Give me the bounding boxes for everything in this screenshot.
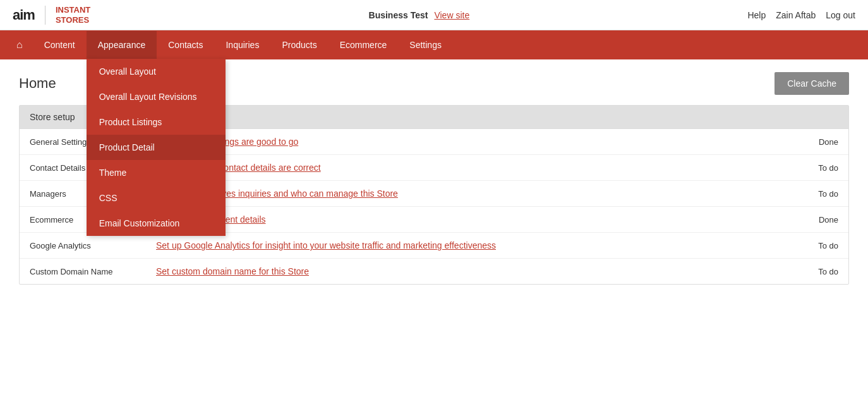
row-status-0: Done xyxy=(785,129,848,155)
main-nav: ⌂ Content Appearance Overall Layout Over… xyxy=(0,30,868,59)
dropdown-email-customization[interactable]: Email Customization xyxy=(87,211,226,236)
nav-item-content[interactable]: Content xyxy=(33,31,87,59)
appearance-dropdown: Overall Layout Overall Layout Revisions … xyxy=(87,59,226,236)
row-status-5: To do xyxy=(785,259,848,285)
logo-area: aim INSTANTSTORES xyxy=(13,5,90,25)
row-status-1: To do xyxy=(785,155,848,181)
dropdown-overall-layout[interactable]: Overall Layout xyxy=(87,59,226,84)
dropdown-product-detail[interactable]: Product Detail xyxy=(87,135,226,160)
nav-home-button[interactable]: ⌂ xyxy=(6,30,33,59)
row-link-4[interactable]: Set up Google Analytics for insight into… xyxy=(146,233,785,259)
nav-item-products[interactable]: Products xyxy=(270,31,328,59)
top-bar: aim INSTANTSTORES Business Test View sit… xyxy=(0,0,868,30)
row-status-3: Done xyxy=(785,207,848,233)
row-link-1[interactable]: Make sure your contact details are corre… xyxy=(146,155,785,181)
nav-item-settings[interactable]: Settings xyxy=(398,31,453,59)
row-label-4: Google Analytics xyxy=(20,233,146,259)
row-link-2[interactable]: Set up who receives inquiries and who ca… xyxy=(146,181,785,207)
help-link[interactable]: Help xyxy=(747,10,766,20)
row-link-0[interactable]: Your general settings are good to go xyxy=(146,129,785,155)
nav-item-ecommerce[interactable]: Ecommerce xyxy=(329,31,399,59)
logo-aim: aim xyxy=(13,7,35,23)
user-name[interactable]: Zain Aftab xyxy=(776,10,816,20)
dropdown-css[interactable]: CSS xyxy=(87,185,226,211)
dropdown-product-listings[interactable]: Product Listings xyxy=(87,109,226,135)
table-row: Google Analytics Set up Google Analytics… xyxy=(20,233,848,259)
nav-item-inquiries[interactable]: Inquiries xyxy=(214,31,270,59)
dropdown-theme[interactable]: Theme xyxy=(87,160,226,185)
logo-instant-stores: INSTANTSTORES xyxy=(56,5,90,25)
logo-divider xyxy=(45,6,45,25)
dropdown-overall-layout-revisions[interactable]: Overall Layout Revisions xyxy=(87,84,226,109)
logout-link[interactable]: Log out xyxy=(826,10,855,20)
row-status-2: To do xyxy=(785,181,848,207)
top-center: Business Test View site xyxy=(369,10,470,20)
row-status-4: To do xyxy=(785,233,848,259)
page-title: Home xyxy=(19,75,56,92)
clear-cache-button[interactable]: Clear Cache xyxy=(775,72,849,95)
nav-item-contacts[interactable]: Contacts xyxy=(157,31,214,59)
row-label-5: Custom Domain Name xyxy=(20,259,146,285)
nav-appearance-label: Appearance xyxy=(98,40,146,50)
top-right: Help Zain Aftab Log out xyxy=(747,10,855,20)
row-link-5[interactable]: Set custom domain name for this Store xyxy=(146,259,785,285)
nav-item-appearance[interactable]: Appearance Overall Layout Overall Layout… xyxy=(87,31,157,59)
table-row: Custom Domain Name Set custom domain nam… xyxy=(20,259,848,285)
business-name: Business Test xyxy=(369,10,428,20)
row-link-3[interactable]: Set up your payment details xyxy=(146,207,785,233)
view-site-link[interactable]: View site xyxy=(434,10,469,20)
